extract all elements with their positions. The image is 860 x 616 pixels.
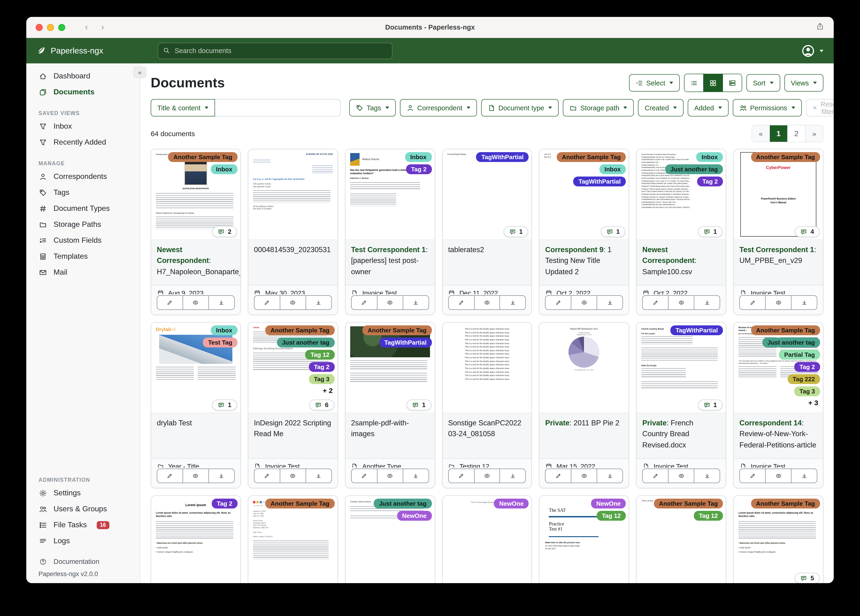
notes-badge[interactable]: 1: [504, 226, 528, 237]
document-card[interactable]: Lorem ipsumLorem ipsum dolor sit amet, c…: [151, 495, 241, 583]
tag-pill[interactable]: Another Sample Tag: [265, 325, 335, 335]
tag-pill[interactable]: Inbox: [599, 164, 626, 174]
tag-pill[interactable]: Tag 12: [694, 511, 723, 521]
document-thumbnail[interactable]: AdobeInDesign Scripting DocumentationAno…: [248, 322, 337, 413]
document-title[interactable]: 2sample-pdf-with-images: [345, 413, 435, 458]
preview-button[interactable]: [474, 469, 500, 482]
filter-field-button[interactable]: Title & content: [151, 99, 215, 116]
document-thumbnail[interactable]: French Country BreadFor the LeavenMake t…: [637, 322, 726, 413]
download-button[interactable]: [209, 296, 234, 310]
document-card[interactable]: Medical TeacherHas the new Kirkpatrick g…: [345, 149, 435, 315]
filter-correspondent-button[interactable]: Correspondent: [400, 99, 477, 116]
document-title[interactable]: Correspondent 14: Review-of-New-York-Fed…: [734, 413, 823, 458]
download-button[interactable]: [597, 296, 623, 310]
close-window-button[interactable]: [36, 24, 43, 31]
tag-pill[interactable]: Just another tag: [277, 338, 334, 347]
filter-storage-path-button[interactable]: Storage path: [563, 99, 634, 116]
sidebar-item-correspondents[interactable]: Correspondents: [26, 168, 140, 184]
edit-button[interactable]: [740, 469, 765, 482]
share-icon[interactable]: [816, 22, 824, 33]
download-button[interactable]: [403, 296, 428, 310]
document-card[interactable]: Test Name123-456-7890January 2, 2022 Jul…: [248, 495, 338, 583]
sidebar-item-custom-fields[interactable]: Custom Fields: [26, 233, 140, 248]
zoom-window-button[interactable]: [58, 24, 65, 31]
document-card[interactable]: CyberPowerPowerPanel® Business EditionUs…: [733, 149, 823, 315]
tag-pill[interactable]: TagWithPartial: [476, 152, 529, 162]
sidebar-item-mail[interactable]: Mail: [26, 264, 140, 280]
tag-pill[interactable]: Just another tag: [665, 164, 723, 174]
download-button[interactable]: [209, 469, 234, 482]
sidebar-item-users-groups[interactable]: Users & Groups: [26, 501, 140, 517]
reset-filters-button[interactable]: ✕Reset filters: [806, 99, 834, 116]
tag-pill[interactable]: Inbox: [405, 152, 432, 162]
tag-pill[interactable]: Tag 2: [212, 499, 237, 509]
preview-button[interactable]: [765, 469, 791, 482]
preview-button[interactable]: [571, 296, 597, 310]
tag-pill[interactable]: Just another tag: [762, 338, 820, 347]
tag-pill[interactable]: Tag 2: [406, 164, 432, 174]
document-thumbnail[interactable]: Medical TeacherHas the new Kirkpatrick g…: [345, 149, 435, 239]
document-title[interactable]: Test Correspondent 1: [paperless] test p…: [345, 239, 435, 285]
tag-pill[interactable]: Tag 3: [794, 387, 820, 396]
tag-pill[interactable]: Tag 3: [309, 374, 334, 384]
sort-button[interactable]: Sort: [746, 74, 780, 91]
document-card[interactable]: Patient BP Distribution 2011Isolated Sys…: [539, 322, 629, 488]
tag-pill[interactable]: Inbox: [211, 164, 237, 174]
download-button[interactable]: [306, 469, 331, 482]
download-button[interactable]: [403, 469, 428, 482]
forward-icon[interactable]: ›: [101, 22, 104, 32]
edit-button[interactable]: [449, 296, 474, 310]
edit-button[interactable]: [352, 296, 377, 310]
tag-pill[interactable]: Test Tag: [203, 338, 237, 347]
edit-button[interactable]: [352, 469, 377, 482]
document-thumbnail[interactable]: Lorem ipsumLorem ipsum dolor sit amet, c…: [151, 496, 240, 583]
document-card[interactable]: DrylabNInboxTest Tag1drylab TestYear - T…: [151, 322, 241, 488]
document-thumbnail[interactable]: Francja pod rząd…NAPOLEON BONAPARTEDojśc…: [151, 149, 240, 239]
tag-pill[interactable]: NewOne: [591, 499, 626, 509]
preview-button[interactable]: [280, 469, 306, 482]
download-button[interactable]: [791, 296, 817, 310]
notes-badge[interactable]: 1: [698, 226, 722, 237]
sidebar-item-documents[interactable]: Documents: [26, 84, 140, 100]
sidebar-item-recently-added[interactable]: Recently Added: [26, 134, 140, 150]
sidebar-collapse-button[interactable]: «: [133, 67, 146, 78]
tag-pill[interactable]: TagWithPartial: [573, 176, 626, 186]
tag-pill[interactable]: Tag 12: [596, 511, 626, 521]
document-title[interactable]: 0004814539_20230531: [248, 239, 337, 285]
document-title[interactable]: tablerates2: [443, 239, 532, 285]
tag-pill[interactable]: Tag 222: [788, 374, 820, 384]
tag-pill[interactable]: TagWithPartial: [670, 325, 723, 335]
document-title[interactable]: Test Correspondent 1: UM_PPBE_en_v29: [734, 239, 823, 285]
document-thumbnail[interactable]: Lorem ipsumLorem ipsum dolor sit amet, c…: [734, 496, 823, 583]
document-title[interactable]: InDesign 2022 Scripting Read Me: [248, 413, 337, 458]
title-content-input[interactable]: [215, 99, 341, 116]
preview-button[interactable]: [183, 296, 209, 310]
sidebar-item-settings[interactable]: Settings: [26, 485, 140, 501]
document-title[interactable]: Newest Correspondent: H7_Napoleon_Bonapa…: [151, 239, 240, 285]
document-card[interactable]: Country,Region/State,…TagWithPartial1tab…: [442, 149, 532, 315]
tag-pill[interactable]: Inbox: [697, 152, 723, 162]
document-thumbnail[interactable]: Serial Number,Company Name,Employe… 9788…: [637, 149, 726, 239]
sidebar-item-file-tasks[interactable]: File Tasks16: [26, 517, 140, 533]
view-grid-button[interactable]: [703, 74, 722, 91]
document-card[interactable]: one,1.0 five,5.0Another Sample TagInboxT…: [539, 149, 629, 315]
preview-button[interactable]: [668, 469, 694, 482]
document-card[interactable]: ✳ BANK OF SCOTLAND2,0 % p. a. auf Ihr Ta…: [248, 149, 338, 315]
edit-button[interactable]: [157, 296, 183, 310]
select-button[interactable]: Select: [629, 74, 680, 91]
filter-permissions-button[interactable]: Permissions: [733, 99, 802, 116]
back-icon[interactable]: ‹: [85, 22, 88, 32]
pagination-last-button[interactable]: »: [805, 125, 823, 142]
download-button[interactable]: [694, 469, 720, 482]
sidebar-item-dashboard[interactable]: Dashboard: [26, 68, 140, 84]
sidebar-item-tags[interactable]: Tags: [26, 184, 140, 201]
edit-button[interactable]: [254, 296, 280, 310]
tag-pill[interactable]: Tag 12: [305, 350, 334, 360]
tag-pill[interactable]: Another Sample Tag: [557, 152, 626, 162]
document-title[interactable]: drylab Test: [151, 413, 240, 458]
preview-button[interactable]: [765, 296, 791, 310]
notes-badge[interactable]: 6: [309, 399, 334, 410]
pagination-first-button[interactable]: «: [752, 125, 769, 142]
document-card[interactable]: This is a test for the double space char…: [442, 322, 532, 488]
sidebar-item-document-types[interactable]: Document Types: [26, 201, 140, 217]
